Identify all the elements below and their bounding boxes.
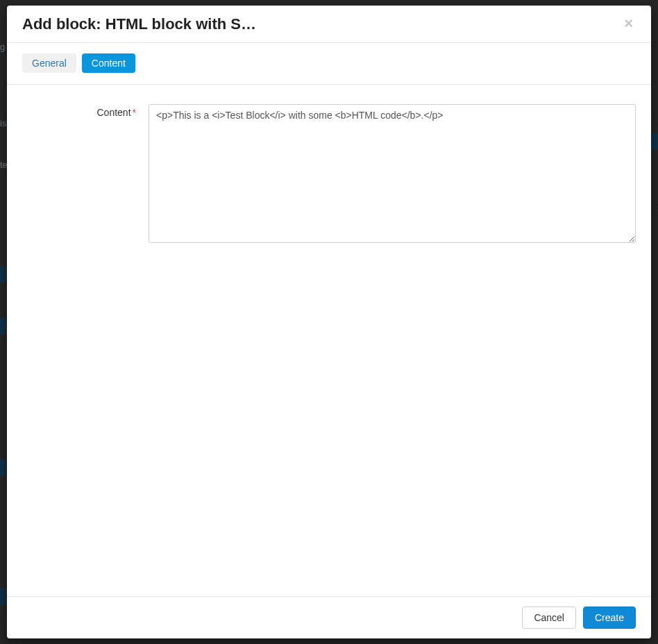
modal-dialog: Add block: HTML block with S… × General … — [7, 6, 651, 638]
bg-text: g — [0, 42, 5, 52]
modal-header: Add block: HTML block with S… × — [7, 6, 651, 43]
content-field-col — [149, 104, 636, 246]
bg-text: t — [655, 201, 658, 212]
bg-stripe — [651, 133, 658, 150]
cancel-button[interactable]: Cancel — [522, 607, 576, 629]
tab-bar: General Content — [7, 53, 651, 85]
content-label: Content — [97, 107, 131, 118]
modal-body: General Content Content* — [7, 43, 651, 596]
bg-stripe — [0, 588, 7, 605]
form-panel: Content* — [7, 85, 651, 265]
bg-text: L — [652, 111, 658, 121]
bg-stripe — [0, 266, 7, 283]
content-textarea[interactable] — [149, 104, 636, 243]
modal-footer: Cancel Create — [7, 596, 651, 638]
tab-general[interactable]: General — [22, 53, 76, 73]
content-row: Content* — [22, 104, 636, 246]
bg-stripe — [0, 318, 7, 334]
tab-content[interactable]: Content — [82, 53, 135, 73]
content-label-col: Content* — [22, 104, 149, 118]
bg-text: is — [0, 118, 6, 128]
required-indicator: * — [133, 107, 136, 118]
bg-stripe — [0, 459, 7, 476]
close-icon[interactable]: × — [621, 16, 636, 31]
modal-title: Add block: HTML block with S… — [22, 16, 256, 33]
create-button[interactable]: Create — [583, 607, 636, 629]
